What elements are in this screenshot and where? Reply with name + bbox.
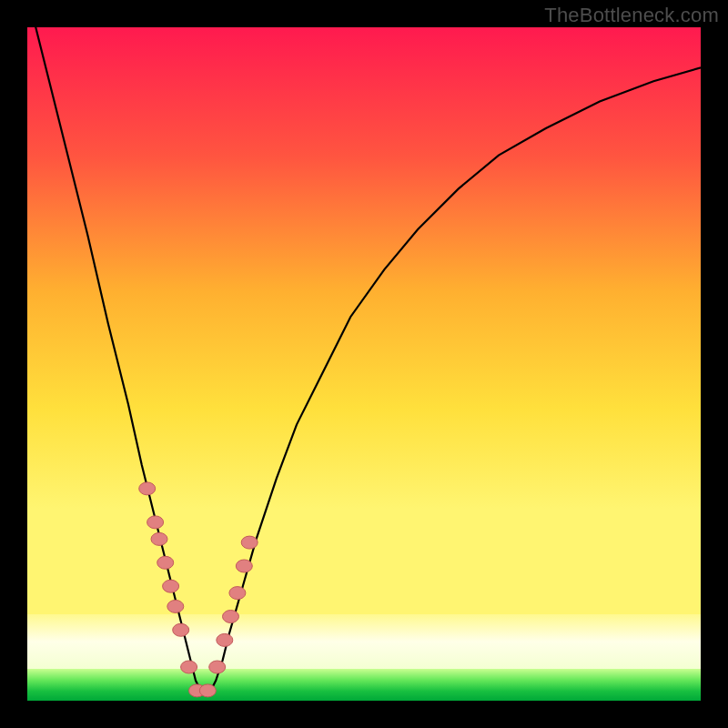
watermark-text: TheBottleneck.com [544,4,719,27]
curve-marker [147,516,164,529]
curve-marker [209,661,226,673]
curve-marker [157,556,174,569]
chart-frame: TheBottleneck.com [0,0,728,728]
curve-marker [199,684,216,697]
curve-marker [181,661,197,673]
curve-marker [223,611,239,623]
curve-marker [229,587,246,600]
curve-marker [167,600,184,612]
curve-marker [241,536,258,549]
plot-area [27,27,701,701]
bottleneck-curve [27,27,701,694]
curve-marker [173,623,189,636]
curve-marker [139,482,156,495]
curve-marker [163,580,179,592]
curve-marker [151,532,167,545]
marker-group [139,482,258,697]
curve-marker [217,633,233,646]
curve-marker [236,560,252,572]
curve-layer [27,27,701,701]
